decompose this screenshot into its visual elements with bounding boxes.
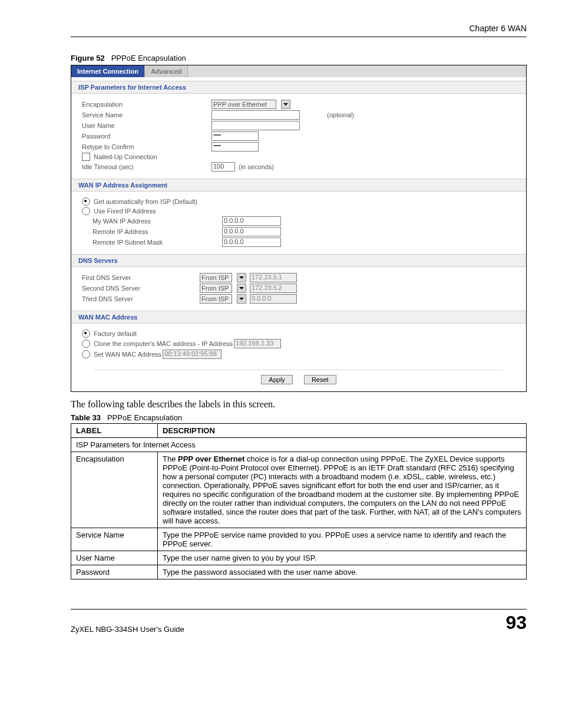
row-desc: The PPP over Ethernet choice is for a di… <box>158 452 527 528</box>
first-dns-select[interactable]: From ISP <box>200 273 232 282</box>
tab-internet-connection[interactable]: Internet Connection <box>71 65 145 77</box>
section-mac-body: Factory default Clone the computer's MAC… <box>71 324 526 366</box>
reset-button[interactable]: Reset <box>304 375 336 384</box>
tab-bar: Internet Connection Advanced <box>71 65 526 77</box>
th-desc: DESCRIPTION <box>158 424 527 438</box>
service-name-input[interactable] <box>211 110 300 120</box>
third-dns-input[interactable]: 0.0.0.0 <box>250 294 297 304</box>
encapsulation-select[interactable]: PPP over Ethernet <box>211 100 276 109</box>
footer-guide: ZyXEL NBG-334SH User's Guide <box>71 625 184 634</box>
table-caption: Table 33 PPPoE Encapsulation <box>71 413 527 422</box>
th-label: LABEL <box>71 424 158 438</box>
chevron-down-icon[interactable] <box>237 284 246 293</box>
table-section-row: ISP Parameters for Internet Access <box>71 438 527 452</box>
idle-timeout-input[interactable]: 100 <box>211 162 235 172</box>
first-dns-input[interactable]: 172.23.5.1 <box>250 273 297 282</box>
remote-subnet-input[interactable]: 0.0.0.0 <box>222 238 281 247</box>
tab-advanced[interactable]: Advanced <box>145 65 189 77</box>
retype-input[interactable]: ••••••• <box>211 142 259 151</box>
retype-label: Retype to Confirm <box>82 143 211 150</box>
wanip-fixed-label: Use Fixed IP Address <box>94 207 156 215</box>
row-label: Encapsulation <box>71 452 158 528</box>
section-wanip-body: Get automatically from ISP (Default) Use… <box>71 192 526 254</box>
screenshot: Internet Connection Advanced ISP Paramet… <box>71 65 527 392</box>
user-name-label: User Name <box>82 122 211 129</box>
wanip-fixed-radio[interactable] <box>82 207 90 215</box>
section-dns-body: First DNS Server From ISP 172.23.5.1 Sec… <box>71 267 526 311</box>
idle-timeout-label: Idle Timeout (sec) <box>82 163 211 170</box>
chevron-down-icon[interactable] <box>237 294 246 304</box>
nailed-up-label: Nailed-Up Connection <box>94 153 157 160</box>
encapsulation-value: PPP over Ethernet <box>213 101 267 108</box>
chevron-down-icon[interactable] <box>237 273 246 282</box>
figure-title: PPPoE Encapsulation <box>111 54 186 62</box>
table-row: Password Type the password associated wi… <box>71 565 527 579</box>
mac-clone-radio[interactable] <box>82 340 90 348</box>
user-name-input[interactable] <box>211 121 300 130</box>
encapsulation-label: Encapsulation <box>82 101 211 108</box>
section-isp-header: ISP Parameters for Internet Access <box>71 81 526 94</box>
table-row: Encapsulation The PPP over Ethernet choi… <box>71 452 527 528</box>
service-name-label: Service Name <box>82 111 211 118</box>
page-header: Chapter 6 WAN <box>71 24 527 37</box>
table-header-row: LABEL DESCRIPTION <box>71 424 527 438</box>
idle-timeout-hint: (in seconds) <box>239 163 274 170</box>
remote-ip-input[interactable]: 0.0.0.0 <box>222 227 281 236</box>
section-wanip-header: WAN IP Address Assignment <box>71 179 526 192</box>
nailed-up-checkbox[interactable] <box>82 153 90 161</box>
mac-factory-label: Factory default <box>94 330 137 337</box>
row-desc: Type the password associated with the us… <box>158 565 527 579</box>
mac-clone-label: Clone the computer's MAC address - IP Ad… <box>94 340 233 347</box>
password-input[interactable]: ••••••• <box>211 131 259 141</box>
section-isp-body: Encapsulation PPP over Ethernet Service … <box>71 94 526 179</box>
third-dns-label: Third DNS Server <box>82 295 200 302</box>
my-wan-label: My WAN IP Address <box>82 218 222 225</box>
second-dns-select[interactable]: From ISP <box>200 284 232 293</box>
description-table: LABEL DESCRIPTION ISP Parameters for Int… <box>71 423 527 579</box>
wanip-auto-label: Get automatically from ISP (Default) <box>94 198 197 205</box>
table-section-cell: ISP Parameters for Internet Access <box>71 438 527 452</box>
password-label: Password <box>82 133 211 140</box>
table-row: Service Name Type the PPPoE service name… <box>71 528 527 551</box>
figure-number: Figure 52 <box>71 54 105 62</box>
remote-ip-label: Remote IP Address <box>82 228 222 235</box>
second-dns-input[interactable]: 172.23.5.2 <box>250 284 297 293</box>
row-desc: Type the PPPoE service name provided to … <box>158 528 527 551</box>
section-dns-header: DNS Servers <box>71 254 526 267</box>
service-name-hint: (optional) <box>327 111 354 118</box>
first-dns-label: First DNS Server <box>82 274 200 281</box>
page-footer: ZyXEL NBG-334SH User's Guide 93 <box>71 609 527 634</box>
remote-subnet-label: Remote IP Subnet Mask <box>82 239 222 246</box>
table-number: Table 33 <box>71 413 101 422</box>
my-wan-input[interactable]: 0.0.0.0 <box>222 216 281 226</box>
mac-clone-input[interactable]: 192.168.1.33 <box>234 339 281 348</box>
mac-set-radio[interactable] <box>82 350 90 358</box>
button-row: Apply Reset <box>95 370 503 391</box>
table-title: PPPoE Encapsulation <box>107 413 182 422</box>
chapter-title: Chapter 6 WAN <box>469 24 527 33</box>
intro-text: The following table describes the labels… <box>71 399 527 410</box>
mac-factory-radio[interactable] <box>82 330 90 338</box>
wanip-auto-radio[interactable] <box>82 197 90 206</box>
second-dns-label: Second DNS Server <box>82 285 200 292</box>
apply-button[interactable]: Apply <box>261 375 293 384</box>
row-label: User Name <box>71 551 158 565</box>
figure-caption: Figure 52 PPPoE Encapsulation <box>71 54 527 62</box>
third-dns-select[interactable]: From ISP <box>200 294 232 304</box>
section-mac-header: WAN MAC Address <box>71 311 526 324</box>
chevron-down-icon[interactable] <box>281 100 290 109</box>
mac-set-input[interactable]: 00:13:49:02:95:88 <box>163 350 222 359</box>
row-label: Service Name <box>71 528 158 551</box>
mac-set-label: Set WAN MAC Address <box>94 351 161 358</box>
table-row: User Name Type the user name given to yo… <box>71 551 527 565</box>
row-desc: Type the user name given to you by your … <box>158 551 527 565</box>
page-number: 93 <box>505 612 527 634</box>
row-label: Password <box>71 565 158 579</box>
